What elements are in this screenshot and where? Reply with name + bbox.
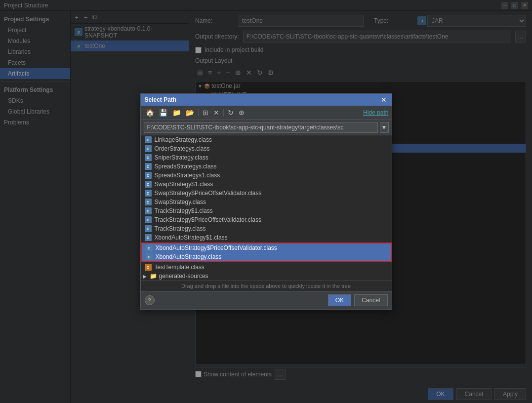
file-item-sniper[interactable]: C SniperStrategy.class [141, 153, 392, 162]
folder-button[interactable]: 📁 [170, 108, 183, 118]
class-icon: C [145, 190, 152, 197]
path-dropdown-button[interactable]: ▼ [380, 122, 389, 133]
class-icon: C [145, 216, 152, 223]
file-item-xbondprice[interactable]: C XbondAutoStrategy$PriceOffsetValidator… [142, 243, 391, 252]
file-item-track1[interactable]: C TrackStrategy$1.class [141, 206, 392, 215]
file-item-testtemplate[interactable]: C TestTemplate.class [141, 263, 392, 272]
class-icon: C [145, 136, 152, 143]
file-item-spreads1[interactable]: C SpreadsStrategys1.class [141, 171, 392, 180]
dialog-cancel-button[interactable]: Cancel [354, 294, 387, 306]
file-item-xbond1[interactable]: C XbondAutoStrategy$1.class [141, 233, 392, 242]
dialog-ok-button[interactable]: OK [328, 294, 351, 306]
copy-path-button[interactable]: ⊞ [201, 108, 210, 118]
class-icon: C [145, 234, 152, 241]
toolbar-divider [198, 109, 199, 117]
select-path-dialog: Select Path ✕ 🏠 💾 📁 📂 ⊞ ✕ ↻ ⊕ Hide path … [140, 93, 392, 310]
class-icon: C [145, 154, 152, 161]
class-icon-orange: C [145, 264, 152, 271]
class-icon: C [145, 172, 152, 179]
dialog-path-input[interactable] [144, 122, 378, 133]
dialog-file-list: C LinkageStrategy.class C OrderStrategys… [141, 135, 392, 281]
delete-button[interactable]: ✕ [211, 108, 221, 118]
dialog-titlebar: Select Path ✕ [141, 94, 392, 106]
dialog-footer: ? OK Cancel [141, 291, 392, 309]
file-item-swapprice[interactable]: C SwapStrategy$PriceOffsetValidator.clas… [141, 189, 392, 198]
class-icon: C [146, 253, 153, 260]
class-icon: C [145, 225, 152, 232]
toolbar-divider [223, 109, 224, 117]
file-item-spreads[interactable]: C SpreadsStrategys.class [141, 162, 392, 171]
new-folder-button[interactable]: 📂 [184, 108, 196, 118]
class-icon: C [145, 181, 152, 188]
file-item-swap[interactable]: C SwapStrategy.class [141, 198, 392, 206]
refresh-button[interactable]: ↻ [226, 108, 236, 118]
class-icon: C [145, 199, 152, 205]
class-icon: C [145, 145, 152, 152]
file-item-linkage[interactable]: C LinkageStrategy.class [141, 135, 392, 144]
dialog-overlay: Select Path ✕ 🏠 💾 📁 📂 ⊞ ✕ ↻ ⊕ Hide path … [0, 0, 532, 403]
class-icon: C [145, 207, 152, 214]
class-icon: C [145, 163, 152, 170]
dialog-close-button[interactable]: ✕ [380, 96, 388, 104]
file-item-order[interactable]: C OrderStrategys.class [141, 144, 392, 153]
class-icon: C [146, 244, 153, 251]
dialog-title: Select Path [145, 96, 377, 103]
folder-icon: 📁 [150, 273, 157, 280]
file-item-swap1[interactable]: C SwapStrategy$1.class [141, 180, 392, 189]
file-item-trackprice[interactable]: C TrackStrategy$PriceOffsetValidator.cla… [141, 215, 392, 224]
help-button[interactable]: ? [145, 295, 155, 305]
disk-button[interactable]: 💾 [157, 108, 169, 118]
file-item-track[interactable]: C TrackStrategy.class [141, 224, 392, 233]
drag-drop-hint: Drag and drop a file into the space abov… [141, 281, 392, 291]
home-button[interactable]: 🏠 [144, 108, 156, 118]
generated-sources-row[interactable]: ▶ 📁 generated-sources [141, 272, 392, 281]
file-item-xbond[interactable]: C XbondAutoStrategy.class [142, 252, 391, 261]
dialog-toolbar: 🏠 💾 📁 📂 ⊞ ✕ ↻ ⊕ Hide path [141, 106, 392, 120]
expand-button[interactable]: ⊕ [237, 108, 246, 118]
hide-path-button[interactable]: Hide path [363, 109, 388, 116]
dialog-path-row: ▼ [141, 120, 392, 135]
